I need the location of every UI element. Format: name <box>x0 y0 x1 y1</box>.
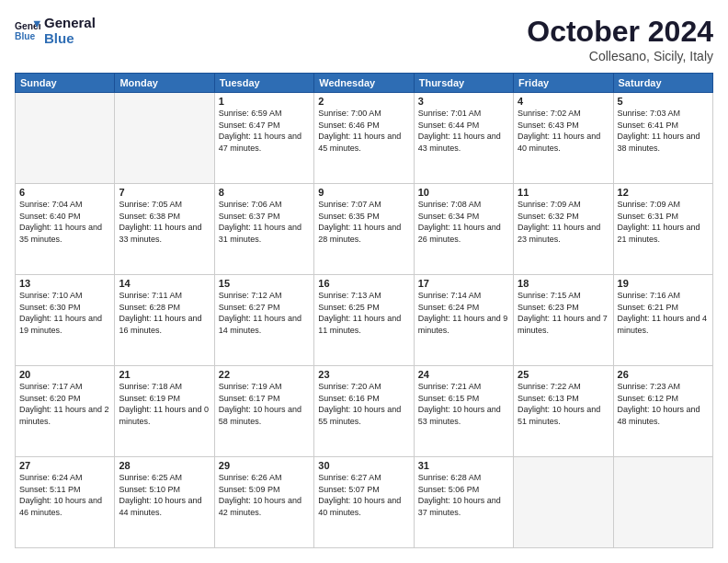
day-info: Sunrise: 7:19 AMSunset: 6:17 PMDaylight:… <box>219 381 310 427</box>
month-title: October 2024 <box>527 15 713 49</box>
day-info: Sunrise: 7:20 AMSunset: 6:16 PMDaylight:… <box>318 381 409 427</box>
calendar-cell-4-3: 22Sunrise: 7:19 AMSunset: 6:17 PMDayligh… <box>214 366 313 457</box>
calendar-cell-2-1: 6Sunrise: 7:04 AMSunset: 6:40 PMDaylight… <box>16 184 115 275</box>
weekday-header-tuesday: Tuesday <box>214 74 313 93</box>
day-number: 8 <box>219 187 310 198</box>
day-info: Sunrise: 7:00 AMSunset: 6:46 PMDaylight:… <box>318 108 409 154</box>
calendar-cell-1-7: 5Sunrise: 7:03 AMSunset: 6:41 PMDaylight… <box>613 93 712 184</box>
day-info: Sunrise: 7:03 AMSunset: 6:41 PMDaylight:… <box>618 108 709 154</box>
calendar-cell-3-6: 18Sunrise: 7:15 AMSunset: 6:23 PMDayligh… <box>514 275 613 366</box>
calendar-cell-3-1: 13Sunrise: 7:10 AMSunset: 6:30 PMDayligh… <box>16 275 115 366</box>
calendar-cell-5-6 <box>514 457 613 548</box>
day-number: 27 <box>19 460 110 471</box>
weekday-header-sunday: Sunday <box>16 74 115 93</box>
day-number: 14 <box>119 278 210 289</box>
calendar-cell-4-6: 25Sunrise: 7:22 AMSunset: 6:13 PMDayligh… <box>514 366 613 457</box>
day-info: Sunrise: 7:18 AMSunset: 6:19 PMDaylight:… <box>119 381 210 427</box>
calendar-cell-4-2: 21Sunrise: 7:18 AMSunset: 6:19 PMDayligh… <box>115 366 214 457</box>
day-number: 26 <box>618 369 709 380</box>
calendar-cell-1-2 <box>115 93 214 184</box>
weekday-header-thursday: Thursday <box>414 74 513 93</box>
calendar-cell-5-3: 29Sunrise: 6:26 AMSunset: 5:09 PMDayligh… <box>214 457 313 548</box>
week-row-4: 20Sunrise: 7:17 AMSunset: 6:20 PMDayligh… <box>16 366 713 457</box>
day-number: 15 <box>219 278 310 289</box>
weekday-header-saturday: Saturday <box>613 74 712 93</box>
location-subtitle: Collesano, Sicily, Italy <box>527 49 713 63</box>
calendar-cell-1-1 <box>16 93 115 184</box>
day-info: Sunrise: 7:08 AMSunset: 6:34 PMDaylight:… <box>418 199 509 245</box>
calendar-cell-5-2: 28Sunrise: 6:25 AMSunset: 5:10 PMDayligh… <box>115 457 214 548</box>
week-row-2: 6Sunrise: 7:04 AMSunset: 6:40 PMDaylight… <box>16 184 713 275</box>
day-number: 4 <box>518 96 609 107</box>
day-info: Sunrise: 7:22 AMSunset: 6:13 PMDaylight:… <box>518 381 609 427</box>
calendar-cell-2-3: 8Sunrise: 7:06 AMSunset: 6:37 PMDaylight… <box>214 184 313 275</box>
weekday-header-monday: Monday <box>115 74 214 93</box>
day-number: 28 <box>119 460 210 471</box>
day-info: Sunrise: 7:04 AMSunset: 6:40 PMDaylight:… <box>19 199 110 245</box>
day-number: 6 <box>19 187 110 198</box>
calendar-cell-3-3: 15Sunrise: 7:12 AMSunset: 6:27 PMDayligh… <box>214 275 313 366</box>
title-block: October 2024 Collesano, Sicily, Italy <box>527 15 713 63</box>
day-info: Sunrise: 6:24 AMSunset: 5:11 PMDaylight:… <box>19 472 110 518</box>
week-row-5: 27Sunrise: 6:24 AMSunset: 5:11 PMDayligh… <box>16 457 713 548</box>
day-number: 16 <box>318 278 409 289</box>
day-info: Sunrise: 7:15 AMSunset: 6:23 PMDaylight:… <box>518 290 609 336</box>
page: General Blue General Blue October 2024 C… <box>0 0 728 563</box>
header: General Blue General Blue October 2024 C… <box>15 15 713 63</box>
calendar-cell-2-6: 11Sunrise: 7:09 AMSunset: 6:32 PMDayligh… <box>514 184 613 275</box>
day-number: 21 <box>119 369 210 380</box>
week-row-1: 1Sunrise: 6:59 AMSunset: 6:47 PMDaylight… <box>16 93 713 184</box>
day-info: Sunrise: 6:27 AMSunset: 5:07 PMDaylight:… <box>318 472 409 518</box>
day-info: Sunrise: 7:17 AMSunset: 6:20 PMDaylight:… <box>19 381 110 427</box>
day-number: 31 <box>418 460 509 471</box>
logo: General Blue General Blue <box>15 15 96 47</box>
svg-text:Blue: Blue <box>15 32 36 42</box>
calendar-body: 1Sunrise: 6:59 AMSunset: 6:47 PMDaylight… <box>16 93 713 548</box>
calendar-cell-3-7: 19Sunrise: 7:16 AMSunset: 6:21 PMDayligh… <box>613 275 712 366</box>
calendar-cell-2-7: 12Sunrise: 7:09 AMSunset: 6:31 PMDayligh… <box>613 184 712 275</box>
calendar-cell-5-1: 27Sunrise: 6:24 AMSunset: 5:11 PMDayligh… <box>16 457 115 548</box>
day-info: Sunrise: 6:28 AMSunset: 5:06 PMDaylight:… <box>418 472 509 518</box>
calendar-cell-2-2: 7Sunrise: 7:05 AMSunset: 6:38 PMDaylight… <box>115 184 214 275</box>
calendar-cell-1-4: 2Sunrise: 7:00 AMSunset: 6:46 PMDaylight… <box>314 93 414 184</box>
weekday-header-wednesday: Wednesday <box>314 74 414 93</box>
day-info: Sunrise: 7:13 AMSunset: 6:25 PMDaylight:… <box>318 290 409 336</box>
day-number: 29 <box>219 460 310 471</box>
day-info: Sunrise: 7:12 AMSunset: 6:27 PMDaylight:… <box>219 290 310 336</box>
calendar-cell-1-3: 1Sunrise: 6:59 AMSunset: 6:47 PMDaylight… <box>214 93 313 184</box>
day-number: 23 <box>318 369 409 380</box>
day-info: Sunrise: 7:16 AMSunset: 6:21 PMDaylight:… <box>618 290 709 336</box>
calendar-cell-4-1: 20Sunrise: 7:17 AMSunset: 6:20 PMDayligh… <box>16 366 115 457</box>
day-info: Sunrise: 7:06 AMSunset: 6:37 PMDaylight:… <box>219 199 310 245</box>
logo-icon: General Blue <box>15 17 40 43</box>
day-number: 3 <box>418 96 509 107</box>
calendar-cell-2-4: 9Sunrise: 7:07 AMSunset: 6:35 PMDaylight… <box>314 184 414 275</box>
day-info: Sunrise: 7:01 AMSunset: 6:44 PMDaylight:… <box>418 108 509 154</box>
calendar-cell-1-6: 4Sunrise: 7:02 AMSunset: 6:43 PMDaylight… <box>514 93 613 184</box>
calendar-cell-5-7 <box>613 457 712 548</box>
day-info: Sunrise: 7:21 AMSunset: 6:15 PMDaylight:… <box>418 381 509 427</box>
day-number: 7 <box>119 187 210 198</box>
day-info: Sunrise: 7:09 AMSunset: 6:32 PMDaylight:… <box>518 199 609 245</box>
day-info: Sunrise: 7:10 AMSunset: 6:30 PMDaylight:… <box>19 290 110 336</box>
day-number: 12 <box>618 187 709 198</box>
day-number: 13 <box>19 278 110 289</box>
weekday-header-row: SundayMondayTuesdayWednesdayThursdayFrid… <box>16 74 713 93</box>
day-number: 19 <box>618 278 709 289</box>
day-number: 24 <box>418 369 509 380</box>
day-number: 5 <box>618 96 709 107</box>
calendar-cell-4-5: 24Sunrise: 7:21 AMSunset: 6:15 PMDayligh… <box>414 366 513 457</box>
logo-text-general: General <box>44 15 96 30</box>
day-info: Sunrise: 6:25 AMSunset: 5:10 PMDaylight:… <box>119 472 210 518</box>
day-info: Sunrise: 7:05 AMSunset: 6:38 PMDaylight:… <box>119 199 210 245</box>
calendar-cell-4-7: 26Sunrise: 7:23 AMSunset: 6:12 PMDayligh… <box>613 366 712 457</box>
calendar-cell-4-4: 23Sunrise: 7:20 AMSunset: 6:16 PMDayligh… <box>314 366 414 457</box>
day-info: Sunrise: 7:23 AMSunset: 6:12 PMDaylight:… <box>618 381 709 427</box>
day-number: 30 <box>318 460 409 471</box>
logo-text-blue: Blue <box>44 30 96 46</box>
calendar-cell-5-5: 31Sunrise: 6:28 AMSunset: 5:06 PMDayligh… <box>414 457 513 548</box>
day-number: 9 <box>318 187 409 198</box>
calendar-cell-5-4: 30Sunrise: 6:27 AMSunset: 5:07 PMDayligh… <box>314 457 414 548</box>
day-number: 22 <box>219 369 310 380</box>
day-number: 2 <box>318 96 409 107</box>
